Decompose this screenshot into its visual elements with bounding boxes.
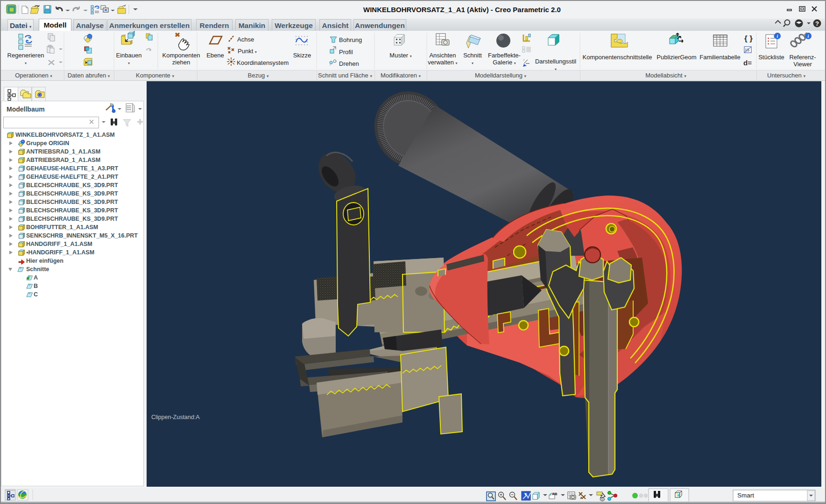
svg-text:{ }: { }	[744, 34, 753, 43]
svg-text:i: i	[777, 34, 778, 39]
svg-text:?: ?	[815, 20, 819, 27]
svg-text:AB: AB	[552, 492, 558, 496]
svg-text:d=: d=	[743, 59, 752, 67]
svg-text:Smart: Smart	[737, 492, 754, 499]
svg-text:i: i	[808, 34, 809, 39]
